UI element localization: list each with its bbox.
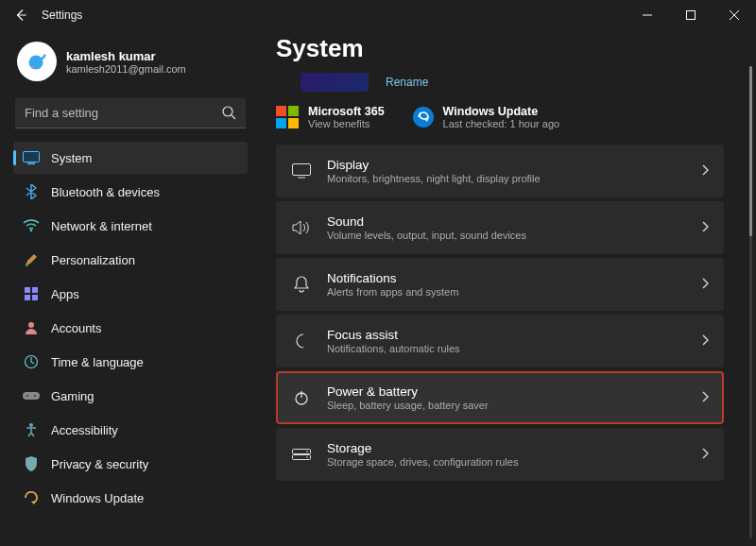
apps-icon <box>23 285 40 302</box>
person-icon <box>23 319 40 336</box>
profile-email: kamlesh2011@gmail.com <box>66 63 186 75</box>
shield-icon <box>23 455 40 472</box>
page-title: System <box>276 34 737 63</box>
search-box[interactable] <box>15 98 246 128</box>
search-icon <box>221 105 236 124</box>
svg-point-16 <box>29 423 33 427</box>
titlebar: Settings <box>0 0 756 30</box>
minimize-button[interactable] <box>626 0 669 30</box>
svg-rect-13 <box>23 392 40 400</box>
bluetooth-icon <box>23 183 40 200</box>
sidebar-item-network[interactable]: Network & internet <box>13 210 248 242</box>
svg-point-1 <box>29 55 43 69</box>
svg-rect-8 <box>32 287 38 293</box>
display-icon <box>291 163 312 179</box>
scrollbar-thumb[interactable] <box>749 66 752 236</box>
svg-point-2 <box>31 66 34 69</box>
sidebar-item-label: Accessibility <box>51 423 118 437</box>
windows-update-info[interactable]: Windows Update Last checked: 1 hour ago <box>413 105 560 129</box>
profile-name: kamlesh kumar <box>66 49 186 63</box>
maximize-icon <box>686 10 696 20</box>
clock-globe-icon <box>23 353 40 370</box>
minimize-icon <box>643 10 652 20</box>
card-title: Storage <box>327 441 518 455</box>
sidebar-item-personalization[interactable]: Personalization <box>13 244 248 276</box>
device-thumbnail <box>301 73 369 92</box>
sidebar: kamlesh kumar kamlesh2011@gmail.com Syst… <box>0 30 257 546</box>
moon-icon <box>291 333 312 349</box>
back-button[interactable] <box>8 2 34 28</box>
card-storage[interactable]: Storage Storage space, drives, configura… <box>276 428 724 481</box>
sound-icon <box>291 220 312 235</box>
wu-title: Windows Update <box>443 105 560 118</box>
info-row: Microsoft 365 View benefits Windows Upda… <box>276 97 737 145</box>
ms365-title: Microsoft 365 <box>308 105 385 118</box>
sidebar-item-system[interactable]: System <box>13 142 248 174</box>
scrollbar[interactable] <box>749 66 752 538</box>
card-focus-assist[interactable]: Focus assist Notifications, automatic ru… <box>276 315 724 367</box>
rename-link[interactable]: Rename <box>386 76 428 89</box>
chevron-right-icon <box>701 162 709 179</box>
chevron-right-icon <box>701 276 709 293</box>
card-notifications[interactable]: Notifications Alerts from apps and syste… <box>276 258 724 311</box>
settings-window: Settings kamlesh kumar kamlesh2011@gmail… <box>0 0 756 546</box>
svg-point-15 <box>34 395 36 397</box>
profile-block[interactable]: kamlesh kumar kamlesh2011@gmail.com <box>13 38 248 94</box>
window-title: Settings <box>42 9 82 22</box>
card-power-battery[interactable]: Power & battery Sleep, battery usage, ba… <box>276 371 724 424</box>
settings-card-list: Display Monitors, brightness, night ligh… <box>276 145 737 481</box>
sidebar-item-label: Privacy & security <box>51 457 148 471</box>
svg-point-14 <box>26 395 28 397</box>
sidebar-item-accounts[interactable]: Accounts <box>13 312 248 344</box>
sidebar-item-gaming[interactable]: Gaming <box>13 380 248 412</box>
sidebar-item-label: Apps <box>51 287 79 301</box>
svg-point-22 <box>306 456 308 458</box>
wifi-icon <box>23 217 40 234</box>
sidebar-item-privacy[interactable]: Privacy & security <box>13 448 248 480</box>
sidebar-item-label: Windows Update <box>51 491 144 505</box>
svg-rect-17 <box>293 164 311 176</box>
card-sub: Monitors, brightness, night light, displ… <box>327 173 541 184</box>
svg-point-21 <box>306 451 308 452</box>
sidebar-item-accessibility[interactable]: Accessibility <box>13 414 248 446</box>
svg-point-11 <box>28 322 34 328</box>
maximize-button[interactable] <box>669 0 713 30</box>
sidebar-item-apps[interactable]: Apps <box>13 278 248 310</box>
sidebar-item-label: System <box>51 151 92 165</box>
search-input[interactable] <box>15 98 246 128</box>
power-icon <box>291 390 312 405</box>
microsoft-logo-icon <box>276 106 299 128</box>
back-arrow-icon <box>14 9 27 22</box>
windows-update-icon <box>23 489 40 506</box>
sidebar-item-label: Bluetooth & devices <box>51 185 160 199</box>
sidebar-item-label: Network & internet <box>51 219 152 233</box>
card-title: Display <box>327 158 541 172</box>
card-title: Notifications <box>327 271 458 285</box>
card-title: Power & battery <box>327 384 489 399</box>
svg-rect-9 <box>25 295 30 300</box>
sidebar-item-bluetooth[interactable]: Bluetooth & devices <box>13 176 248 208</box>
sidebar-item-time[interactable]: Time & language <box>13 346 248 378</box>
close-icon <box>730 10 739 20</box>
sidebar-item-label: Time & language <box>51 355 144 369</box>
card-sound[interactable]: Sound Volume levels, output, input, soun… <box>276 201 724 254</box>
nav-list: System Bluetooth & devices Network & int… <box>13 142 248 514</box>
device-banner: Rename <box>276 73 737 92</box>
update-circle-icon <box>413 107 434 128</box>
chevron-right-icon <box>701 446 709 463</box>
close-button[interactable] <box>713 0 756 30</box>
ms365-sub: View benefits <box>308 118 385 129</box>
svg-point-3 <box>223 107 232 116</box>
gaming-icon <box>23 387 40 404</box>
wu-sub: Last checked: 1 hour ago <box>443 118 560 129</box>
avatar <box>17 42 57 81</box>
svg-rect-10 <box>32 295 38 300</box>
card-display[interactable]: Display Monitors, brightness, night ligh… <box>276 145 724 197</box>
system-icon <box>23 149 40 166</box>
ms365-info[interactable]: Microsoft 365 View benefits <box>276 105 385 129</box>
accessibility-icon <box>23 421 40 438</box>
paintbrush-icon <box>23 251 40 268</box>
card-title: Focus assist <box>327 328 460 342</box>
sidebar-item-windows-update[interactable]: Windows Update <box>13 482 248 514</box>
card-sub: Notifications, automatic rules <box>327 343 460 354</box>
